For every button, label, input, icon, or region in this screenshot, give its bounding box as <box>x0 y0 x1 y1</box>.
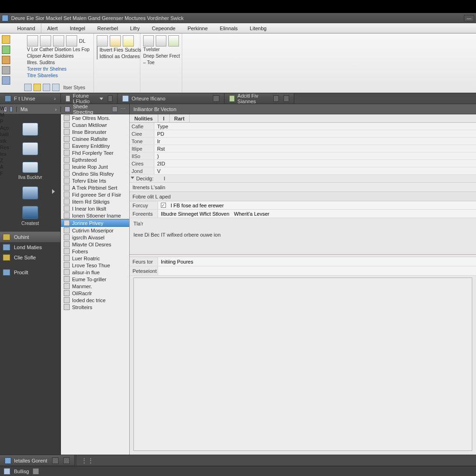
minimize-button[interactable]: — <box>464 15 474 21</box>
properties-header-col[interactable]: Nolities <box>130 114 158 122</box>
tree-item[interactable]: I Inear lon likslt <box>61 205 129 212</box>
tree-item[interactable]: Fid goreee Ser d Fisir <box>61 191 129 198</box>
menu-item[interactable]: Elinnals <box>214 23 244 33</box>
tree-item[interactable]: Jorinre Privey <box>61 219 129 227</box>
field-value[interactable]: I FB fose ad fee erewer <box>158 201 476 209</box>
tree-item[interactable]: Cutirivn Moseripor <box>61 227 129 234</box>
menu-item[interactable]: Alert <box>41 23 64 33</box>
tree-item[interactable]: Lrove Teso Thue <box>61 262 129 269</box>
sidebar-icon-item[interactable] <box>14 142 46 155</box>
property-value[interactable]: 2ID <box>154 160 476 167</box>
sidebar-icon-item[interactable]: Ilva Bucktvr <box>14 162 46 180</box>
property-value[interactable]: Rst <box>154 145 476 152</box>
tree-item[interactable]: Fobers <box>61 248 129 255</box>
ribbon-button-icon[interactable] <box>27 35 38 46</box>
menu-item[interactable]: Cepeonde <box>146 23 182 33</box>
field-value[interactable] <box>158 266 476 275</box>
tree-item[interactable]: OilRacrlr <box>61 290 129 297</box>
tool-icon[interactable] <box>2 56 10 64</box>
ribbon-button-icon[interactable] <box>168 35 179 46</box>
workspace-tab[interactable]: Adcitl Fiv Siannes <box>225 93 294 104</box>
workspace-tab[interactable]: Orteure Ificano <box>118 93 225 104</box>
sidebar-icon-item[interactable] <box>14 123 46 136</box>
menu-item[interactable]: Litenbg <box>244 23 272 33</box>
menu-item[interactable]: Renerbel <box>91 23 124 33</box>
menu-item[interactable]: Honand <box>11 23 41 33</box>
tool-icon[interactable] <box>2 35 10 44</box>
menu-item[interactable]: Perkinne <box>181 23 213 33</box>
properties-header-col[interactable]: Rart <box>170 114 190 122</box>
ribbon-text[interactable]: Torerer thr Shelnes <box>27 66 91 73</box>
status-tool-icon[interactable] <box>52 457 59 464</box>
sidebar-item[interactable]: Procilt <box>0 267 60 278</box>
property-value[interactable]: ) <box>154 152 476 159</box>
ribbon-button-icon[interactable] <box>123 35 134 46</box>
sidebar-item[interactable]: Lond Maties <box>0 242 60 252</box>
ribbon-text[interactable]: Tvelster <box>143 46 179 53</box>
tool-icon[interactable] <box>24 84 32 91</box>
checkbox[interactable] <box>161 203 166 208</box>
tab-tool-icon[interactable] <box>213 95 219 102</box>
menu-item[interactable]: Integel <box>64 23 91 33</box>
sidebar-icon-item[interactable]: Createst <box>14 206 46 226</box>
tree-item[interactable]: Epthrsteod <box>61 156 129 163</box>
tree-item[interactable]: Manmer. <box>61 283 129 290</box>
tree-item[interactable]: Ioded dec trice <box>61 297 129 304</box>
sidebar-item[interactable]: Clie Sofle <box>0 252 60 263</box>
property-expander[interactable]: Decidg:I <box>130 175 476 183</box>
ribbon-text[interactable]: Ibvert Fies Sutscls <box>99 46 141 53</box>
tree-item[interactable]: ailsur-in flue <box>61 269 129 276</box>
tool-icon[interactable] <box>2 66 10 74</box>
status-tool-icon[interactable] <box>63 457 70 464</box>
field-option[interactable]: Ilbudre Sinneget Wfict Stloven <box>161 211 229 217</box>
mini-icon[interactable] <box>97 46 98 53</box>
crumb-label[interactable]: Ma <box>20 106 27 112</box>
tool-icon[interactable] <box>43 84 50 91</box>
crumb-tool-icon[interactable] <box>112 106 118 112</box>
tree-item[interactable]: Ionen Stloener Iname <box>61 212 129 219</box>
tree-item[interactable]: Ondino Slis Risfey <box>61 170 129 177</box>
property-value[interactable]: Ir <box>154 138 476 145</box>
tree-item[interactable]: A Trek Pitrbinel Sert <box>61 184 129 191</box>
field-value[interactable]: Ilbudre Sinneget Wfict StlovenWherit'a L… <box>158 210 476 218</box>
tree-item[interactable]: Iitern Rd Stikrigs <box>61 198 129 205</box>
ribbon-button-icon[interactable] <box>143 35 154 46</box>
status-icon[interactable] <box>33 468 39 475</box>
field-value[interactable]: Initiing Poures <box>158 257 476 266</box>
tab-tool-icon[interactable] <box>273 95 279 102</box>
workspace-tab[interactable]: Fotune LFludio <box>61 93 118 104</box>
crumb-label[interactable]: Shede Strecting <box>73 104 109 115</box>
ribbon-button-icon[interactable] <box>156 35 166 46</box>
tree-item[interactable]: Strolteirs <box>61 304 129 311</box>
tool-icon[interactable] <box>52 84 60 91</box>
tree-item[interactable]: Ieuirie Rop Junt <box>61 163 129 170</box>
ribbon-text[interactable]: – Toe <box>143 60 179 66</box>
ribbon-text[interactable]: Titre Sibarelies <box>27 73 91 79</box>
field-option[interactable]: Wherit'a Levser <box>234 211 269 217</box>
menu-item[interactable]: Lifry <box>124 23 146 33</box>
tree-item[interactable]: Fhd Forplerly Teer <box>61 149 129 156</box>
tool-icon[interactable] <box>33 84 41 91</box>
tree-item[interactable]: Fae Oltres Mors. <box>61 114 129 121</box>
tree-item[interactable]: igsrclh Aivasel <box>61 234 129 241</box>
sidebar-item[interactable]: Ouhint <box>0 232 60 242</box>
tree-item[interactable]: Ilnse Biroruster <box>61 128 129 135</box>
ribbon-text[interactable]: Idtinol as Ordares <box>99 53 140 60</box>
tree-item[interactable]: Mlavte Ol Desres <box>61 241 129 248</box>
status-tab[interactable]: Ietalles Gorent <box>0 455 75 466</box>
tool-icon[interactable] <box>2 46 10 54</box>
ribbon-text[interactable]: Illres. Suditns <box>27 60 91 66</box>
tree-item[interactable]: Luer Roatric <box>61 255 129 262</box>
ribbon-text[interactable]: Dnep Seher Frect <box>143 53 179 60</box>
tool-icon[interactable] <box>2 76 10 85</box>
tree-item[interactable]: Cusan Mktilowr <box>61 121 129 128</box>
ribbon-button-icon[interactable] <box>40 35 51 46</box>
tree-item[interactable]: Cisinee Rafisite <box>61 135 129 142</box>
ribbon-button-icon[interactable] <box>53 35 64 46</box>
ribbon-button-icon[interactable] <box>97 35 108 46</box>
tab-tool-icon[interactable] <box>284 95 289 102</box>
property-value[interactable]: PD <box>154 130 476 137</box>
ribbon-button-icon[interactable] <box>66 35 77 46</box>
tree-item[interactable]: Eume To-griller <box>61 276 129 283</box>
workspace-tab[interactable]: F t Lhnse › <box>0 93 61 104</box>
